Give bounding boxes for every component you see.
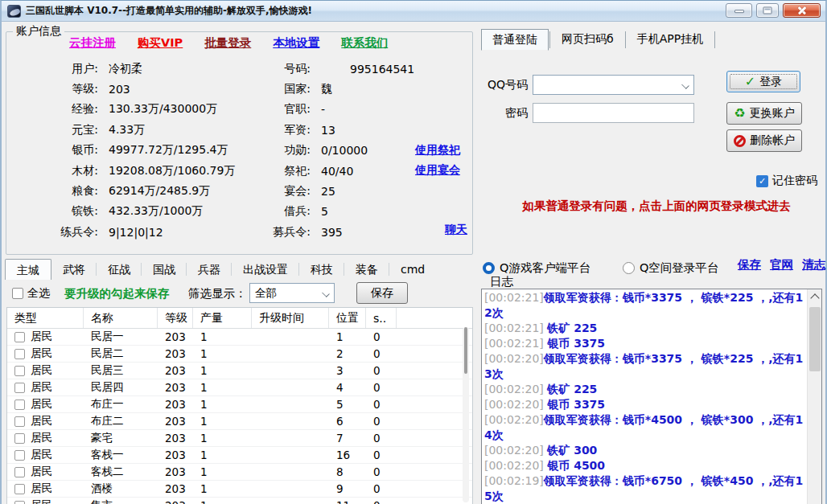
row-checkbox-empty-icon[interactable]: [14, 433, 25, 444]
field-label: 军资:: [245, 123, 311, 137]
log-message: 银币 4500: [547, 459, 605, 472]
filter-label: 筛选显示：: [188, 286, 247, 301]
table-row[interactable]: 居民布庄二203160: [7, 413, 472, 430]
log-entry: [00:02:20] 银币 3375: [484, 397, 805, 412]
main-tab-0[interactable]: 主城: [5, 259, 51, 280]
password-input[interactable]: [533, 103, 694, 123]
platform-radio-label: Q空间登录平台: [640, 260, 718, 276]
row-checkbox-empty-icon[interactable]: [14, 467, 25, 477]
account-field: 练兵令:9|12|0|12: [23, 222, 235, 242]
maximize-icon: [763, 7, 772, 14]
account-field: 镔铁:432.33万/1000万: [23, 202, 235, 222]
row-checkbox-empty-icon[interactable]: [14, 484, 25, 494]
cell-type-text: 居民: [31, 498, 52, 504]
cell-type: 居民: [7, 413, 84, 429]
table-row[interactable]: 居民布庄一203150: [7, 396, 472, 413]
table-row[interactable]: 居民民居四203140: [7, 379, 472, 396]
close-button[interactable]: [783, 3, 821, 18]
contact-us-link[interactable]: 联系我们: [341, 35, 388, 51]
login-button[interactable]: ✓ 登录: [726, 71, 800, 92]
main-tab-4[interactable]: 兵器: [187, 259, 232, 280]
main-tab-3[interactable]: 国战: [142, 259, 187, 280]
clear-log-link[interactable]: 清志: [802, 257, 825, 272]
table-row[interactable]: 居民民居三203130: [7, 363, 472, 379]
main-tab-5[interactable]: 出战设置: [232, 259, 299, 280]
log-message: 铁矿 225: [547, 383, 597, 395]
main-tab-8[interactable]: cmd: [389, 259, 436, 280]
main-tab-1[interactable]: 武将: [51, 259, 97, 280]
field-label: 号码:: [245, 62, 311, 76]
table-row[interactable]: 居民集市2031110: [7, 498, 472, 504]
delete-account-button[interactable]: 删除帐户: [726, 129, 802, 152]
platform-radio-0[interactable]: Q游戏客户端平台: [483, 260, 590, 276]
account-field: 粮食:62914万/2485.9万: [23, 181, 235, 201]
table-row[interactable]: 居民民居二203120: [7, 346, 472, 363]
log-entry: [00:02:20]领取军资获得：钱币*3375 ， 镔铁*225 ，,还有13…: [484, 351, 805, 382]
maximize-button[interactable]: [756, 3, 779, 18]
chat-link[interactable]: 聊天: [445, 223, 467, 237]
table-scrollbar-thumb[interactable]: [464, 327, 467, 374]
main-tab-7[interactable]: 装备: [344, 259, 389, 280]
row-checkbox-empty-icon[interactable]: [14, 416, 25, 427]
login-tab-0[interactable]: 普通登陆: [481, 29, 549, 51]
local-settings-link[interactable]: 本地设置: [273, 35, 319, 51]
login-tab-2[interactable]: 手机APP挂机: [627, 29, 714, 51]
top-links: 云挂注册购买VIP批量登录本地设置联系我们: [69, 35, 388, 51]
table-row[interactable]: 居民客栈二203180: [7, 464, 472, 481]
row-checkbox-empty-icon[interactable]: [14, 383, 25, 393]
cell-position: 3: [329, 363, 366, 379]
cell-upgrade-time: [252, 481, 329, 497]
log-time: [00:02:21]: [484, 322, 547, 334]
cell-name: 民居三: [84, 363, 158, 379]
minimize-button[interactable]: [726, 3, 752, 18]
switch-account-button[interactable]: ♻ 更换账户: [726, 102, 802, 125]
table-row[interactable]: 居民客栈一2031160: [7, 447, 472, 464]
row-checkbox-empty-icon[interactable]: [14, 501, 25, 504]
use-sacrifice-link[interactable]: 使用祭祀: [415, 143, 460, 158]
main-tab-6[interactable]: 科技: [299, 259, 344, 280]
row-checkbox-empty-icon[interactable]: [14, 400, 25, 410]
log-box: [00:02:21]领取军资获得：钱币*3375 ， 镔铁*225 ，,还有12…: [481, 289, 822, 504]
cell-level: 203: [158, 363, 193, 379]
cell-level: 203: [158, 447, 193, 463]
batch-login-link[interactable]: 批量登录: [204, 35, 251, 51]
account-field: 元宝:4.33万: [23, 120, 235, 140]
cell-type: 居民: [7, 464, 84, 480]
table-body: 居民民居一203110居民民居二203120居民民居三203130居民民居四20…: [7, 329, 472, 504]
remember-password-checkbox[interactable]: ✓ 记住密码: [756, 174, 817, 188]
cell-position: 6: [329, 413, 366, 429]
row-checkbox-empty-icon[interactable]: [14, 349, 25, 359]
log-scrollbar-thumb[interactable]: [809, 307, 821, 371]
field-value: 5: [321, 205, 328, 218]
use-feast-link[interactable]: 使用宴会: [415, 163, 460, 178]
table-row[interactable]: 居民豪宅203170: [7, 430, 472, 447]
qq-number-combobox[interactable]: [533, 75, 694, 95]
cell-upgrade-time: [252, 413, 329, 429]
field-value: 0/10000: [321, 144, 368, 157]
main-tab-2[interactable]: 征战: [97, 259, 142, 280]
log-time: [00:02:20]: [484, 444, 547, 457]
log-scrollbar[interactable]: [807, 289, 821, 504]
save-log-link[interactable]: 保存: [738, 257, 761, 272]
field-label: 用户:: [23, 62, 98, 76]
scroll-up-icon[interactable]: [808, 289, 822, 304]
official-site-link[interactable]: 官网: [770, 257, 793, 272]
table-row[interactable]: 居民酒楼203190: [7, 481, 472, 498]
row-checkbox-empty-icon[interactable]: [14, 450, 25, 461]
field-value: 13: [321, 124, 335, 137]
select-all-checkbox[interactable]: 全选: [12, 286, 50, 301]
row-checkbox-empty-icon[interactable]: [14, 332, 25, 342]
cell-s: 0: [366, 413, 397, 429]
qq-number-input[interactable]: [533, 76, 693, 94]
save-button[interactable]: 保存: [356, 282, 408, 304]
table-row[interactable]: 居民民居一203110: [7, 329, 472, 346]
login-tab-1[interactable]: 网页扫码б: [551, 29, 624, 51]
platform-radio-1[interactable]: Q空间登录平台: [623, 260, 718, 276]
buy-vip-link[interactable]: 购买VIP: [138, 35, 183, 51]
row-checkbox-empty-icon[interactable]: [14, 366, 25, 376]
cloud-register-link[interactable]: 云挂注册: [69, 35, 116, 51]
filter-dropdown[interactable]: 全部: [249, 283, 335, 303]
table-scrollbar[interactable]: [463, 327, 469, 502]
cell-upgrade-time: [252, 363, 329, 379]
log-label: 日志: [490, 274, 513, 289]
